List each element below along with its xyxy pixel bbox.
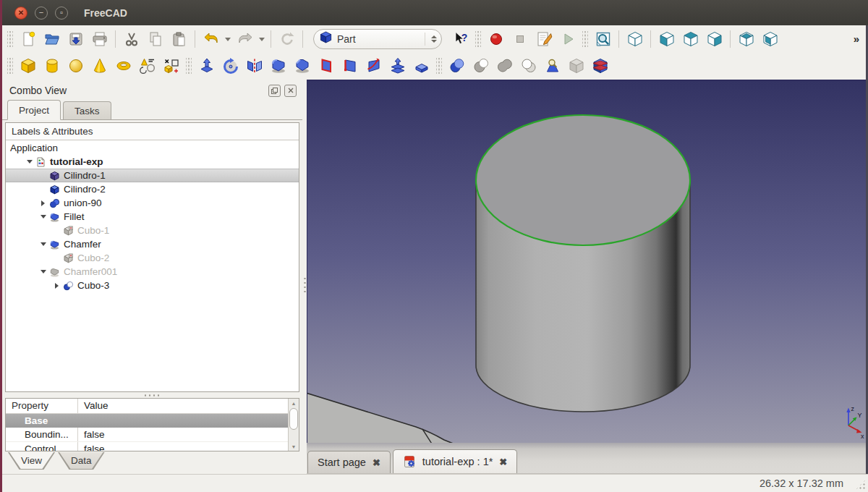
tree-expander-icon[interactable] <box>38 198 48 208</box>
property-value[interactable]: false <box>78 442 105 451</box>
undo-arrow-icon[interactable] <box>223 28 233 50</box>
p-primitives-button[interactable] <box>135 55 159 77</box>
print-button[interactable] <box>88 28 111 50</box>
fillet-box-corner[interactable] <box>307 393 462 443</box>
mdi-tab-start-page[interactable]: Start page✖ <box>307 451 391 473</box>
tree-item-cilindro-2[interactable]: Cilindro-2 <box>6 182 299 196</box>
close-tab-icon[interactable]: ✖ <box>373 457 380 468</box>
tree-item-tutorial-exp[interactable]: tutorial-exp <box>6 155 299 169</box>
close-window-icon[interactable]: ✕ <box>14 7 27 20</box>
b-cut-button[interactable] <box>469 55 493 77</box>
toolbar-grip[interactable] <box>186 58 192 74</box>
b-boolean-button[interactable] <box>445 55 469 77</box>
copy-button[interactable] <box>143 28 167 50</box>
resize-grip[interactable] <box>855 479 867 491</box>
tab-data[interactable]: Data <box>58 452 105 470</box>
refresh-button[interactable] <box>275 28 299 50</box>
tree-expander-icon[interactable] <box>38 239 48 250</box>
new-file-button[interactable] <box>16 28 40 50</box>
toolbar-grip[interactable] <box>475 31 481 47</box>
p-crosssections-button[interactable] <box>386 55 409 77</box>
redo-arrow-icon[interactable] <box>257 28 267 50</box>
minimize-window-icon[interactable]: − <box>35 7 48 20</box>
tree-item-cilindro-1[interactable]: Cilindro-1 <box>6 169 299 182</box>
toolbar-grip[interactable] <box>582 31 588 47</box>
save-button[interactable] <box>64 28 88 50</box>
tree-item-union-90[interactable]: union-90 <box>6 196 299 210</box>
open-button[interactable] <box>40 28 64 50</box>
fit-all-button[interactable] <box>591 28 615 50</box>
paste-button[interactable] <box>167 28 191 50</box>
tree-expander-icon[interactable] <box>24 157 35 167</box>
p-extrude-button[interactable] <box>195 55 218 77</box>
horizontal-splitter[interactable] <box>2 392 302 398</box>
tree-item-cubo-3[interactable]: Cubo-3 <box>6 279 299 292</box>
p-fillet-button[interactable] <box>266 55 290 77</box>
scroll-up-icon[interactable]: ▲ <box>289 399 299 407</box>
maximize-window-icon[interactable]: ▫ <box>55 7 68 20</box>
property-row-base[interactable]: Base <box>6 414 299 428</box>
tab-project[interactable]: Project <box>7 100 61 120</box>
3d-viewport[interactable]: z Y x <box>307 80 866 443</box>
scrollbar-thumb[interactable] <box>289 408 298 430</box>
p-ruled-button[interactable] <box>338 55 362 77</box>
p-offset-button[interactable] <box>409 55 433 77</box>
tree-item-cubo-2[interactable]: Cubo-2 <box>6 251 299 265</box>
toolbar-grip[interactable] <box>436 58 442 74</box>
tab-view[interactable]: View <box>8 452 55 470</box>
b-checkgeo-button[interactable] <box>540 55 564 77</box>
property-scrollbar[interactable]: ▲▼ <box>288 399 299 451</box>
p-sphere-button[interactable] <box>64 55 88 77</box>
b-union-button[interactable] <box>493 55 516 77</box>
record-button[interactable] <box>484 28 508 50</box>
property-value[interactable]: false <box>78 428 105 441</box>
p-cone-button[interactable] <box>88 55 111 77</box>
p-revolve-button[interactable] <box>218 55 242 77</box>
tree-item-chamfer001[interactable]: Chamfer001 <box>6 265 299 279</box>
undo-button[interactable] <box>199 28 223 50</box>
p-box-button[interactable] <box>16 55 40 77</box>
p-makeface-button[interactable] <box>314 55 338 77</box>
mdi-tab-tutorial-exp-1-[interactable]: tutorial-exp : 1*✖ <box>393 449 517 473</box>
tree-item-application[interactable]: Application <box>6 141 299 155</box>
view-right-button[interactable] <box>702 28 726 50</box>
tree-expander-icon[interactable] <box>38 267 48 277</box>
macro-play-button[interactable] <box>556 28 579 50</box>
redo-button[interactable] <box>233 28 257 50</box>
property-row-control-[interactable]: Control...false <box>6 442 299 451</box>
tree-expander-icon[interactable] <box>38 212 48 222</box>
tree-item-cubo-1[interactable]: Cubo-1 <box>6 224 299 237</box>
close-tab-icon[interactable]: ✖ <box>499 457 507 467</box>
view-rear-button[interactable] <box>734 28 758 50</box>
view-axo-button[interactable] <box>623 28 647 50</box>
tab-tasks[interactable]: Tasks <box>63 101 111 119</box>
cylinder[interactable] <box>476 115 690 412</box>
property-row-boundin-[interactable]: Boundin...false <box>6 428 299 442</box>
p-torus-button[interactable] <box>111 55 135 77</box>
b-intersect-button[interactable] <box>516 55 540 77</box>
p-sweep-button[interactable] <box>362 55 386 77</box>
cut-button[interactable] <box>119 28 143 50</box>
p-shapebuilder-button[interactable] <box>159 55 183 77</box>
b-defeature-button[interactable] <box>564 55 588 77</box>
toolbar-overflow-button[interactable]: » <box>849 33 864 45</box>
tree-item-chamfer[interactable]: Chamfer <box>6 237 299 251</box>
macro-edit-button[interactable] <box>532 28 556 50</box>
whatsthis-button[interactable]: ? <box>448 28 472 50</box>
scroll-down-icon[interactable]: ▼ <box>289 442 299 451</box>
close-panel-icon[interactable] <box>284 85 297 97</box>
view-front-button[interactable] <box>655 28 678 50</box>
tree-expander-icon[interactable] <box>51 281 62 291</box>
tree-item-fillet[interactable]: Fillet <box>6 210 299 224</box>
p-cylinder-button[interactable] <box>40 55 64 77</box>
toolbar-grip[interactable] <box>7 31 13 47</box>
vertical-splitter[interactable] <box>302 80 307 474</box>
toolbar-grip[interactable] <box>7 58 13 74</box>
view-left-button[interactable] <box>758 28 782 50</box>
b-crosssection-button[interactable] <box>588 55 612 77</box>
workbench-selector[interactable]: Part <box>313 29 442 49</box>
float-panel-icon[interactable] <box>268 85 281 97</box>
view-top-button[interactable] <box>678 28 702 50</box>
p-chamfer-button[interactable] <box>290 55 314 77</box>
stop-button[interactable] <box>508 28 532 50</box>
